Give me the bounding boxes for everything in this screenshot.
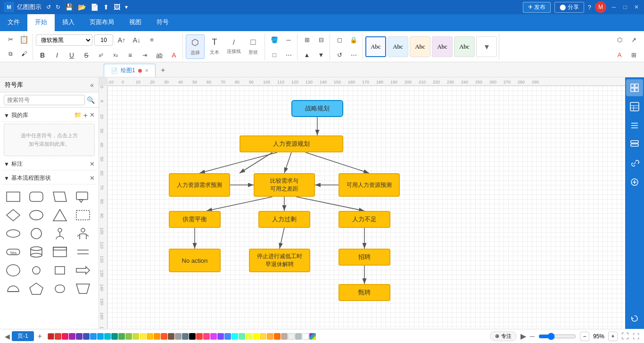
shape-frame[interactable] (50, 243, 69, 260)
shape-person[interactable] (50, 225, 69, 242)
color-22[interactable] (203, 333, 210, 340)
border-btn[interactable]: □ (268, 49, 281, 62)
tab-close[interactable]: ✕ (145, 68, 149, 73)
color-25[interactable] (224, 333, 231, 340)
color-34[interactable] (288, 333, 295, 340)
canvas[interactable]: 战略规划 人力资源规划 人力资源需求预测 比较需求与 可用之差距 可用人力资源预… (107, 86, 625, 329)
shape-rect-small[interactable] (50, 262, 69, 278)
copy-btn[interactable]: ⧉ (4, 47, 17, 60)
color-9[interactable] (111, 333, 118, 340)
right-panel-btn-7[interactable] (626, 310, 643, 327)
my-library-folder-btn[interactable]: 📁 (74, 111, 82, 120)
bold-btn[interactable]: B (36, 49, 49, 62)
shape-arrow-right[interactable] (74, 262, 92, 278)
shape-parallelogram[interactable] (50, 188, 69, 205)
shape-s10[interactable]: 停止进行减低工时 早退休解聘 (249, 249, 310, 272)
search-icon[interactable]: 🔍 (87, 96, 95, 104)
style-btn-2[interactable]: Abc (388, 36, 408, 57)
font-family-select[interactable]: 微软雅黑 (36, 34, 92, 46)
color-35[interactable] (295, 333, 302, 340)
right-panel-btn-5[interactable] (626, 155, 643, 172)
tb-right-4[interactable]: ⊞ (627, 49, 640, 62)
menu-view[interactable]: 视图 (122, 14, 149, 31)
current-page-tab[interactable]: 页-1 (12, 331, 34, 341)
color-2[interactable] (62, 333, 68, 340)
menu-start[interactable]: 开始 (27, 14, 55, 31)
color-3[interactable] (69, 333, 75, 340)
add-page-btn[interactable]: + (36, 332, 44, 341)
shape-s8[interactable]: 人力不足 (339, 211, 390, 228)
right-panel-btn-1[interactable] (626, 79, 643, 96)
menu-insert[interactable]: 插入 (55, 14, 82, 31)
color-30[interactable] (260, 333, 266, 340)
zoom-in-btn[interactable]: + (608, 332, 618, 341)
open-title-btn[interactable]: 📂 (76, 2, 88, 12)
shape-s4[interactable]: 比较需求与 可用之差距 (254, 173, 315, 197)
text-tool-btn[interactable]: T 文本 (205, 34, 224, 59)
shape-s5[interactable]: 可用人力资源预测 (339, 173, 400, 197)
underline-btn[interactable]: U (65, 49, 78, 62)
indent-btn[interactable]: ⇥ (138, 49, 151, 62)
color-10[interactable] (118, 333, 125, 340)
color-15[interactable] (154, 333, 160, 340)
superscript-btn[interactable]: x² (94, 49, 107, 62)
user-avatar[interactable]: M (595, 1, 606, 13)
shape-half-ellipse[interactable] (4, 225, 23, 242)
list-btn[interactable]: ≡ (124, 49, 137, 62)
shape-triangle[interactable] (50, 207, 69, 223)
shape-trapezoid[interactable] (74, 280, 92, 297)
color-4[interactable] (76, 333, 83, 340)
color-16[interactable] (161, 333, 167, 340)
color-32[interactable] (274, 333, 281, 340)
basic-shapes-header[interactable]: ▼ 基本流程图形状 ✕ (2, 172, 97, 184)
style-btn-5[interactable]: Abc (454, 36, 475, 57)
shape-diamond[interactable] (4, 207, 23, 223)
expand-btn[interactable]: ⛶ (633, 333, 639, 340)
shape-s7[interactable]: 人力过剩 (258, 211, 310, 228)
select-tool-btn[interactable]: ⬡ 选择 (186, 34, 205, 59)
font-color-btn[interactable]: A (167, 49, 181, 62)
font-size-up-btn[interactable]: A↑ (115, 33, 128, 47)
fullscreen-btn[interactable]: ⛶ (621, 332, 629, 341)
menu-file[interactable]: 文件 (0, 14, 27, 31)
format-title-btn[interactable]: 🖼 (112, 2, 122, 12)
menu-page-layout[interactable]: 页面布局 (82, 14, 122, 31)
redo-btn[interactable]: ↻ (54, 3, 62, 11)
tab-add-btn[interactable]: + (157, 64, 170, 77)
right-panel-btn-3[interactable] (626, 117, 643, 134)
cut-btn[interactable]: ✂ (4, 33, 17, 46)
shape-s3[interactable]: 人力资源需求预测 (169, 173, 230, 197)
undo-btn[interactable]: ↺ (44, 3, 53, 11)
layout-btn[interactable]: ⊞ (300, 33, 314, 47)
up-btn[interactable]: ▲ (300, 49, 314, 62)
shape-divider[interactable] (74, 243, 92, 260)
color-11[interactable] (125, 333, 132, 340)
color-14[interactable] (147, 333, 153, 340)
shape-s12[interactable]: 甄聘 (339, 284, 390, 301)
style-btn-4[interactable]: Abc (432, 36, 453, 57)
page-nav-prev[interactable]: ◀ (5, 333, 10, 340)
color-6[interactable] (90, 333, 97, 340)
right-panel-btn-4[interactable] (626, 136, 643, 153)
maximize-btn[interactable]: □ (621, 4, 629, 10)
color-12[interactable] (132, 333, 139, 340)
color-27[interactable] (239, 333, 245, 340)
share-button[interactable]: ⬤ 分享 (554, 2, 584, 13)
style-more-btn[interactable]: ▾ (476, 36, 497, 57)
right-panel-btn-2[interactable] (626, 98, 643, 115)
color-20[interactable] (189, 333, 196, 340)
color-1[interactable] (55, 333, 61, 340)
basic-shapes-close-btn[interactable]: ✕ (90, 175, 95, 182)
misc-btn[interactable]: ⋯ (282, 49, 295, 62)
color-23[interactable] (210, 333, 217, 340)
line-style-btn[interactable]: ─ (282, 33, 295, 47)
shape-s11[interactable]: 招聘 (339, 249, 390, 266)
lock-btn[interactable]: 🔒 (347, 33, 360, 47)
shape-pentagon[interactable] (27, 280, 46, 297)
down-btn[interactable]: ▼ (314, 49, 328, 62)
symbol-search-input[interactable] (4, 95, 85, 105)
my-library-close-btn[interactable]: ✕ (90, 111, 95, 120)
arrange-btn[interactable]: ⊟ (314, 33, 328, 47)
publish-button[interactable]: ✈ 发布 (523, 2, 551, 13)
shape-callout[interactable] (74, 188, 92, 205)
